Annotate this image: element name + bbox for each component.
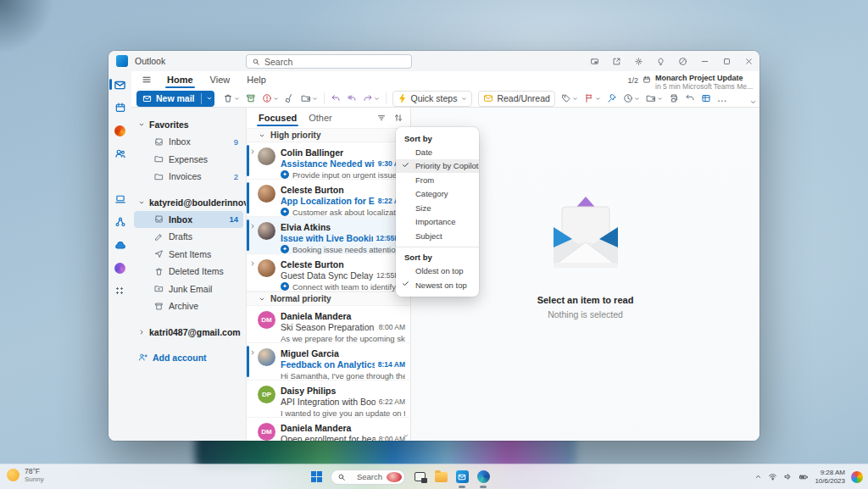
account-header[interactable]: katyreid@boulderinnova... xyxy=(131,194,246,211)
premium-icon[interactable] xyxy=(671,51,693,71)
sort-option-oldest-on-top[interactable]: Oldest on top xyxy=(396,264,479,279)
list-tab-other[interactable]: Other xyxy=(309,113,332,123)
tips-icon[interactable] xyxy=(649,51,671,71)
account-header[interactable]: katri0487@gmail.com xyxy=(131,324,246,341)
file-explorer-button[interactable] xyxy=(434,468,448,486)
search-input[interactable]: Search xyxy=(246,54,412,69)
list-item[interactable]: DMDaniela ManderaSki Season Preparation8… xyxy=(247,306,410,343)
ribbon-tab-view[interactable]: View xyxy=(209,73,232,86)
pin-button[interactable] xyxy=(604,91,620,107)
edge-taskbar-button[interactable] xyxy=(476,468,490,486)
rail-item-mail[interactable] xyxy=(108,77,131,92)
picture-in-picture-icon[interactable] xyxy=(583,51,605,71)
sort-option-subject[interactable]: Subject xyxy=(396,229,479,243)
forward-button[interactable] xyxy=(360,91,382,107)
task-view-button[interactable] xyxy=(413,468,426,486)
folder-item-archive[interactable]: Archive xyxy=(134,297,243,315)
rail-item-calendar[interactable] xyxy=(108,100,131,115)
quick-steps-button[interactable]: Quick steps xyxy=(392,91,473,107)
rail-item-onedrive[interactable] xyxy=(108,237,131,253)
forward-chevron-icon[interactable] xyxy=(374,96,380,102)
expand-chevron-icon[interactable] xyxy=(249,349,256,356)
battery-icon[interactable] xyxy=(798,472,809,482)
snooze-button[interactable] xyxy=(620,91,643,107)
sort-option-importance[interactable]: Importance xyxy=(396,215,479,230)
add-account-button[interactable]: Add account xyxy=(131,349,246,366)
wifi-icon[interactable] xyxy=(768,472,777,481)
move-to-button[interactable] xyxy=(298,91,320,107)
reminder-toast[interactable]: 1/2 Monarch Project Update in 5 min Micr… xyxy=(627,74,755,91)
reply-button[interactable] xyxy=(328,91,343,107)
archive-button[interactable] xyxy=(243,91,259,107)
favorites-header[interactable]: Favorites xyxy=(131,116,246,133)
list-item[interactable]: DMDaniela ManderaOpen enrollment for hea… xyxy=(247,418,410,441)
sort-option-category[interactable]: Category xyxy=(396,187,479,202)
filter-icon[interactable] xyxy=(376,113,387,123)
new-mail-button[interactable]: New mail xyxy=(136,91,214,107)
sort-option-priority-by-copilot[interactable]: Priority by Copilot xyxy=(396,159,479,174)
folder-item-invoices[interactable]: Invoices2 xyxy=(134,168,243,186)
ribbon-collapse-chevron-icon[interactable] xyxy=(749,98,757,106)
maximize-icon[interactable] xyxy=(715,51,737,71)
folder-item-inbox[interactable]: Inbox9 xyxy=(134,133,243,151)
move-to-chevron-icon[interactable] xyxy=(312,96,318,102)
sweep-button[interactable] xyxy=(282,91,298,107)
tray-chevron-up-icon[interactable] xyxy=(754,473,762,481)
rules-button[interactable] xyxy=(643,91,665,107)
close-icon[interactable] xyxy=(737,51,760,71)
tag-chevron-icon[interactable] xyxy=(572,96,578,102)
report-button[interactable] xyxy=(259,91,281,107)
folder-item-sent-items[interactable]: Sent Items xyxy=(134,246,243,264)
list-item[interactable]: Elvia AtkinsIssue with Live Booking Syst… xyxy=(247,217,410,254)
rail-item-people[interactable] xyxy=(108,146,131,161)
folder-item-inbox[interactable]: Inbox14 xyxy=(134,211,243,229)
snooze-chevron-icon[interactable] xyxy=(634,96,640,102)
weather-widget[interactable]: 78°F Sunny xyxy=(7,467,44,483)
taskbar-search-input[interactable]: Search xyxy=(331,470,405,485)
flag-chevron-icon[interactable] xyxy=(595,96,601,102)
tag-button[interactable] xyxy=(559,91,581,107)
list-item[interactable]: Miguel GarciaFeedback on Analytics Dash.… xyxy=(247,343,410,381)
undo-button[interactable] xyxy=(682,91,698,107)
minimize-icon[interactable] xyxy=(693,51,715,71)
rail-item-groups[interactable] xyxy=(108,169,131,184)
folder-item-expenses[interactable]: Expenses xyxy=(134,151,243,169)
rail-item-microsoft-365[interactable] xyxy=(108,123,131,138)
outlook-taskbar-button[interactable] xyxy=(455,468,469,486)
sort-option-date[interactable]: Date xyxy=(396,145,479,159)
sort-option-size[interactable]: Size xyxy=(396,201,479,215)
quick-steps-chevron-icon[interactable] xyxy=(461,96,467,102)
list-tab-focused[interactable]: Focused xyxy=(259,113,297,123)
new-mail-chevron-icon[interactable] xyxy=(206,95,213,102)
rail-item-apps[interactable] xyxy=(108,283,131,298)
sort-option-newest-on-top[interactable]: Newest on top xyxy=(396,278,479,292)
delete-button[interactable] xyxy=(220,91,242,107)
folder-item-drafts[interactable]: Drafts xyxy=(134,228,243,246)
sort-option-from[interactable]: From xyxy=(396,173,479,187)
sort-icon[interactable] xyxy=(393,113,403,123)
group-header-normal-priority[interactable]: Normal priority xyxy=(247,292,410,306)
print-button[interactable] xyxy=(666,91,682,107)
read-unread-button[interactable]: Read/Unread xyxy=(478,91,554,107)
copilot-icon[interactable] xyxy=(851,471,863,483)
scroll-down-arrow[interactable] xyxy=(403,432,409,439)
ribbon-tab-home[interactable]: Home xyxy=(165,73,195,86)
reply-all-button[interactable] xyxy=(344,91,359,107)
rail-item-to-do[interactable] xyxy=(108,192,131,207)
folder-item-junk-email[interactable]: Junk Email xyxy=(134,281,243,298)
tables-button[interactable] xyxy=(698,91,714,107)
clock[interactable]: 9:28 AM 10/6/2023 xyxy=(815,469,845,486)
ribbon-tab-help[interactable]: Help xyxy=(245,73,268,86)
speaker-icon[interactable] xyxy=(783,472,793,481)
group-header-high-priority[interactable]: High priority xyxy=(247,128,410,142)
list-item[interactable]: Celeste BurtonGuest Data Sync Delay12:55… xyxy=(247,254,410,292)
list-item[interactable]: DPDaisy PhilipsAPI Integration with Book… xyxy=(247,381,410,418)
rules-chevron-icon[interactable] xyxy=(657,96,663,102)
rail-item-org-explorer[interactable] xyxy=(108,214,131,230)
list-item[interactable]: Colin Ballinger@Assistance Needed with..… xyxy=(247,142,410,180)
expand-chevron-icon[interactable] xyxy=(249,223,256,230)
open-new-window-icon[interactable] xyxy=(605,51,627,71)
expand-chevron-icon[interactable] xyxy=(249,260,256,267)
settings-icon[interactable] xyxy=(627,51,649,71)
flag-button[interactable] xyxy=(581,91,604,107)
